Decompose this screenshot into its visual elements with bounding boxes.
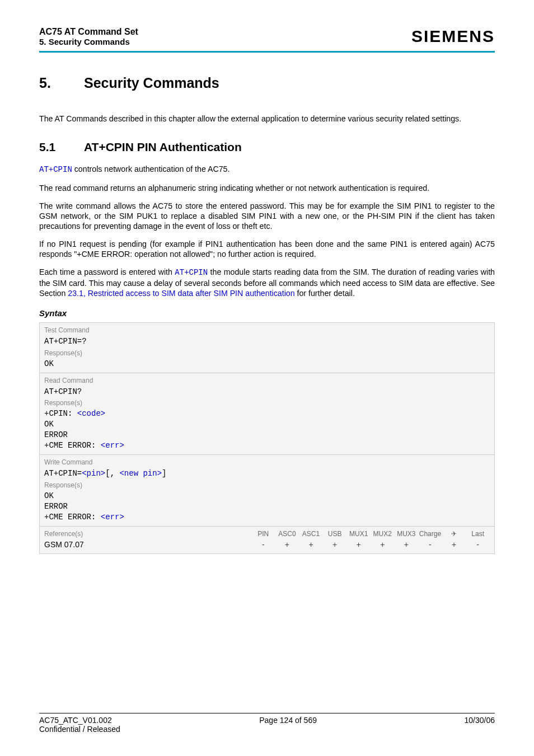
ref-col-mux1: MUX1 xyxy=(346,530,371,538)
write-c5: ] xyxy=(162,469,166,478)
ref-col-last: Last xyxy=(466,530,490,538)
test-command-label: Test Command xyxy=(44,326,490,334)
chapter-title: Security Commands xyxy=(84,75,219,91)
read-response-line-2: OK xyxy=(44,419,490,430)
footer-divider xyxy=(39,713,495,713)
paragraph-5: Each time a password is entered with AT+… xyxy=(39,267,495,298)
read-response-label: Response(s) xyxy=(44,399,490,407)
section-23-1-link[interactable]: 23.1, Restricted access to SIM data afte… xyxy=(68,289,294,298)
reference-label: Reference(s) xyxy=(44,530,251,538)
footer-doc-version: AC75_ATC_V01.002 xyxy=(39,716,112,725)
footer-date: 10/30/06 xyxy=(464,716,495,725)
pin-param-link[interactable]: <pin> xyxy=(82,469,105,478)
chapter-heading: 5. Security Commands xyxy=(39,75,495,91)
test-command-section: Test Command AT+CPIN=? Response(s) OK xyxy=(40,323,494,373)
ref-col-mux3: MUX3 xyxy=(395,530,419,538)
atcpin-link[interactable]: AT+CPIN xyxy=(39,165,72,174)
read-response-line-4: +CME ERROR: <err> xyxy=(44,440,490,451)
ref-col-pin: PIN xyxy=(251,530,275,538)
ref-val-mux1: + xyxy=(346,540,371,549)
paragraph-5a: Each time a password is entered with xyxy=(39,267,175,276)
ref-val-mux2: + xyxy=(371,540,395,549)
ref-val-mux3: + xyxy=(395,540,419,549)
page-header: AC75 AT Command Set 5. Security Commands… xyxy=(39,27,495,46)
write-c1: AT+CPIN= xyxy=(44,469,82,478)
write-response-line-1: OK xyxy=(44,491,490,501)
ref-val-pin: - xyxy=(251,540,275,549)
ref-val-airplane: + xyxy=(442,540,466,549)
footer-row-1: AC75_ATC_V01.002 Page 124 of 569 10/30/0… xyxy=(39,716,495,725)
write-command-section: Write Command AT+CPIN=<pin>[, <new pin>]… xyxy=(40,455,494,526)
reference-columns: PIN ASC0 ASC1 USB MUX1 MUX2 MUX3 Charge … xyxy=(251,530,490,538)
footer-page-number: Page 124 of 569 xyxy=(259,716,317,725)
write-c3: [, xyxy=(105,469,119,478)
read-response-line-1: +CPIN: <code> xyxy=(44,408,490,419)
ref-val-charge: - xyxy=(418,540,442,549)
read-command-section: Read Command AT+CPIN? Response(s) +CPIN:… xyxy=(40,373,494,454)
ref-col-asc1: ASC1 xyxy=(299,530,323,538)
write-response-line-2: ERROR xyxy=(44,501,490,512)
write-r3a: +CME ERROR: xyxy=(44,513,101,522)
ref-col-airplane-icon: ✈ xyxy=(442,530,466,538)
footer-classification: Confidential / Released xyxy=(39,725,495,734)
paragraph-1-text: controls network authentication of the A… xyxy=(72,165,230,173)
write-response-line-3: +CME ERROR: <err> xyxy=(44,512,490,523)
test-response-value: OK xyxy=(44,359,490,369)
ref-col-mux2: MUX2 xyxy=(371,530,395,538)
newpin-param-link[interactable]: <new pin> xyxy=(119,469,162,478)
ref-val-asc1: + xyxy=(299,540,323,549)
doc-title: AC75 AT Command Set xyxy=(39,27,138,37)
atcpin-link-2[interactable]: AT+CPIN xyxy=(175,268,208,277)
write-command-cmd: AT+CPIN=<pin>[, <new pin>] xyxy=(44,468,490,479)
read-command-cmd: AT+CPIN? xyxy=(44,387,490,397)
read-r1a: +CPIN: xyxy=(44,409,77,418)
ref-col-charge: Charge xyxy=(418,530,442,538)
page-footer: AC75_ATC_V01.002 Page 124 of 569 10/30/0… xyxy=(39,713,495,734)
reference-values: - + + + + + + - + - xyxy=(251,540,490,549)
write-response-label: Response(s) xyxy=(44,481,490,489)
test-response-label: Response(s) xyxy=(44,349,490,357)
err-param-link-2[interactable]: <err> xyxy=(101,513,124,522)
code-param-link[interactable]: <code> xyxy=(77,409,105,418)
ref-col-usb: USB xyxy=(323,530,347,538)
syntax-block: Test Command AT+CPIN=? Response(s) OK Re… xyxy=(39,322,495,554)
paragraph-4: If no PIN1 request is pending (for examp… xyxy=(39,239,495,259)
reference-value: GSM 07.07 xyxy=(44,540,251,549)
doc-section: 5. Security Commands xyxy=(39,37,138,46)
read-r4a: +CME ERROR: xyxy=(44,441,101,450)
section-title: AT+CPIN PIN Authentication xyxy=(84,140,242,154)
ref-col-asc0: ASC0 xyxy=(275,530,299,538)
syntax-heading: Syntax xyxy=(39,308,495,318)
reference-value-row: GSM 07.07 - + + + + + + - + - xyxy=(40,539,494,553)
reference-header-row: Reference(s) PIN ASC0 ASC1 USB MUX1 MUX2… xyxy=(40,527,494,539)
write-command-label: Write Command xyxy=(44,458,490,466)
chapter-number: 5. xyxy=(39,75,84,91)
paragraph-2: The read command returns an alphanumeric… xyxy=(39,183,495,193)
test-command-cmd: AT+CPIN=? xyxy=(44,336,490,347)
paragraph-1: AT+CPIN controls network authentication … xyxy=(39,164,495,175)
ref-val-asc0: + xyxy=(275,540,299,549)
brand-logo: SIEMENS xyxy=(411,27,495,46)
paragraph-5e: for further detail. xyxy=(295,289,355,298)
header-divider xyxy=(39,51,495,53)
intro-paragraph: The AT Commands described in this chapte… xyxy=(39,114,495,124)
read-response-line-3: ERROR xyxy=(44,430,490,440)
ref-val-usb: + xyxy=(323,540,347,549)
err-param-link[interactable]: <err> xyxy=(101,441,124,450)
ref-val-last: - xyxy=(466,540,490,549)
paragraph-3: The write command allows the AC75 to sto… xyxy=(39,201,495,231)
header-left: AC75 AT Command Set 5. Security Commands xyxy=(39,27,138,46)
section-heading: 5.1 AT+CPIN PIN Authentication xyxy=(39,140,495,154)
section-number: 5.1 xyxy=(39,140,84,154)
read-command-label: Read Command xyxy=(44,377,490,384)
